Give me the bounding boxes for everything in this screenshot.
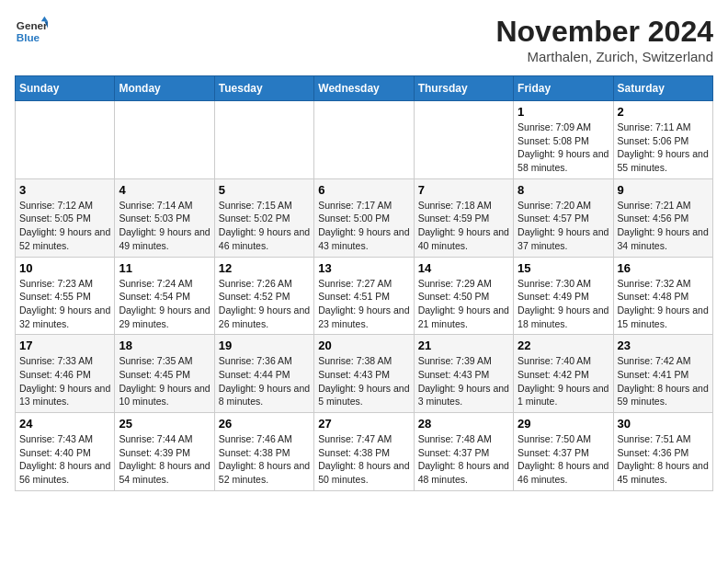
day-info: Sunrise: 7:26 AM Sunset: 4:52 PM Dayligh… [219, 277, 310, 331]
day-info: Sunrise: 7:42 AM Sunset: 4:41 PM Dayligh… [618, 354, 709, 408]
day-info: Sunrise: 7:51 AM Sunset: 4:36 PM Dayligh… [618, 432, 709, 487]
day-info: Sunrise: 7:48 AM Sunset: 4:37 PM Dayligh… [418, 432, 509, 487]
week-row-2: 3Sunrise: 7:12 AM Sunset: 5:05 PM Daylig… [16, 178, 713, 257]
calendar-cell: 22Sunrise: 7:40 AM Sunset: 4:42 PM Dayli… [514, 335, 613, 413]
day-number: 26 [219, 417, 310, 431]
calendar-cell: 17Sunrise: 7:33 AM Sunset: 4:46 PM Dayli… [16, 335, 115, 413]
day-info: Sunrise: 7:46 AM Sunset: 4:38 PM Dayligh… [219, 432, 310, 487]
weekday-header-row: SundayMondayTuesdayWednesdayThursdayFrid… [16, 76, 713, 101]
day-info: Sunrise: 7:32 AM Sunset: 4:48 PM Dayligh… [618, 277, 709, 331]
day-info: Sunrise: 7:39 AM Sunset: 4:43 PM Dayligh… [418, 354, 509, 408]
weekday-header-friday: Friday [514, 76, 613, 101]
day-number: 11 [119, 261, 210, 275]
calendar-cell: 26Sunrise: 7:46 AM Sunset: 4:38 PM Dayli… [214, 413, 313, 491]
day-number: 21 [418, 339, 509, 352]
day-number: 15 [518, 261, 609, 275]
day-info: Sunrise: 7:21 AM Sunset: 4:56 PM Dayligh… [618, 199, 709, 253]
logo: General Blue [15, 15, 48, 48]
day-number: 10 [19, 261, 110, 275]
day-info: Sunrise: 7:14 AM Sunset: 5:03 PM Dayligh… [119, 199, 210, 253]
day-number: 18 [119, 339, 210, 352]
day-info: Sunrise: 7:18 AM Sunset: 4:59 PM Dayligh… [418, 199, 509, 253]
day-number: 19 [219, 339, 310, 352]
day-number: 12 [219, 261, 310, 275]
day-number: 5 [219, 183, 310, 197]
calendar-cell: 25Sunrise: 7:44 AM Sunset: 4:39 PM Dayli… [115, 413, 214, 491]
calendar-cell: 5Sunrise: 7:15 AM Sunset: 5:02 PM Daylig… [214, 178, 313, 257]
week-row-4: 17Sunrise: 7:33 AM Sunset: 4:46 PM Dayli… [16, 335, 713, 413]
calendar-cell: 16Sunrise: 7:32 AM Sunset: 4:48 PM Dayli… [613, 257, 712, 335]
page-header: General Blue November 2024 Marthalen, Zu… [15, 15, 713, 64]
day-number: 14 [418, 261, 509, 275]
day-number: 2 [618, 105, 709, 119]
calendar-cell: 6Sunrise: 7:17 AM Sunset: 5:00 PM Daylig… [314, 178, 414, 257]
day-number: 16 [618, 261, 709, 275]
day-number: 7 [418, 183, 509, 197]
calendar-cell: 24Sunrise: 7:43 AM Sunset: 4:40 PM Dayli… [16, 413, 115, 491]
day-info: Sunrise: 7:27 AM Sunset: 4:51 PM Dayligh… [318, 277, 409, 331]
day-info: Sunrise: 7:29 AM Sunset: 4:50 PM Dayligh… [418, 277, 509, 331]
week-row-1: 1Sunrise: 7:09 AM Sunset: 5:08 PM Daylig… [16, 101, 713, 179]
day-number: 22 [518, 339, 609, 352]
day-number: 17 [19, 339, 110, 352]
calendar-cell: 11Sunrise: 7:24 AM Sunset: 4:54 PM Dayli… [115, 257, 214, 335]
day-info: Sunrise: 7:15 AM Sunset: 5:02 PM Dayligh… [219, 199, 310, 253]
day-number: 25 [119, 417, 210, 431]
day-number: 1 [518, 105, 609, 119]
day-info: Sunrise: 7:35 AM Sunset: 4:45 PM Dayligh… [119, 354, 210, 408]
day-info: Sunrise: 7:33 AM Sunset: 4:46 PM Dayligh… [19, 354, 110, 408]
day-info: Sunrise: 7:09 AM Sunset: 5:08 PM Dayligh… [518, 121, 609, 175]
weekday-header-wednesday: Wednesday [314, 76, 414, 101]
calendar-cell: 10Sunrise: 7:23 AM Sunset: 4:55 PM Dayli… [16, 257, 115, 335]
calendar-cell [314, 101, 414, 179]
calendar-cell [115, 101, 214, 179]
calendar-cell: 21Sunrise: 7:39 AM Sunset: 4:43 PM Dayli… [414, 335, 513, 413]
day-info: Sunrise: 7:23 AM Sunset: 4:55 PM Dayligh… [19, 277, 110, 331]
calendar-cell: 18Sunrise: 7:35 AM Sunset: 4:45 PM Dayli… [115, 335, 214, 413]
day-info: Sunrise: 7:12 AM Sunset: 5:05 PM Dayligh… [19, 199, 110, 253]
calendar-cell: 19Sunrise: 7:36 AM Sunset: 4:44 PM Dayli… [214, 335, 313, 413]
calendar-cell: 30Sunrise: 7:51 AM Sunset: 4:36 PM Dayli… [613, 413, 712, 491]
calendar-cell: 28Sunrise: 7:48 AM Sunset: 4:37 PM Dayli… [414, 413, 513, 491]
day-number: 24 [19, 417, 110, 431]
day-info: Sunrise: 7:38 AM Sunset: 4:43 PM Dayligh… [318, 354, 409, 408]
day-info: Sunrise: 7:44 AM Sunset: 4:39 PM Dayligh… [119, 432, 210, 487]
day-number: 8 [518, 183, 609, 197]
day-info: Sunrise: 7:17 AM Sunset: 5:00 PM Dayligh… [318, 199, 409, 253]
calendar-cell: 12Sunrise: 7:26 AM Sunset: 4:52 PM Dayli… [214, 257, 313, 335]
calendar-cell: 2Sunrise: 7:11 AM Sunset: 5:06 PM Daylig… [613, 101, 712, 179]
day-info: Sunrise: 7:50 AM Sunset: 4:37 PM Dayligh… [518, 432, 609, 487]
location-title: Marthalen, Zurich, Switzerland [495, 49, 713, 64]
day-number: 13 [318, 261, 409, 275]
day-number: 9 [618, 183, 709, 197]
svg-text:Blue: Blue [17, 31, 40, 43]
day-number: 28 [418, 417, 509, 431]
weekday-header-tuesday: Tuesday [214, 76, 313, 101]
calendar-cell [414, 101, 513, 179]
day-number: 6 [318, 183, 409, 197]
week-row-5: 24Sunrise: 7:43 AM Sunset: 4:40 PM Dayli… [16, 413, 713, 491]
calendar-cell: 8Sunrise: 7:20 AM Sunset: 4:57 PM Daylig… [514, 178, 613, 257]
weekday-header-sunday: Sunday [16, 76, 115, 101]
day-number: 30 [618, 417, 709, 431]
calendar-cell: 3Sunrise: 7:12 AM Sunset: 5:05 PM Daylig… [16, 178, 115, 257]
calendar-cell: 9Sunrise: 7:21 AM Sunset: 4:56 PM Daylig… [613, 178, 712, 257]
calendar-cell [214, 101, 313, 179]
day-number: 20 [318, 339, 409, 352]
calendar-cell: 27Sunrise: 7:47 AM Sunset: 4:38 PM Dayli… [314, 413, 414, 491]
day-number: 23 [618, 339, 709, 352]
calendar-cell: 14Sunrise: 7:29 AM Sunset: 4:50 PM Dayli… [414, 257, 513, 335]
calendar-cell: 4Sunrise: 7:14 AM Sunset: 5:03 PM Daylig… [115, 178, 214, 257]
week-row-3: 10Sunrise: 7:23 AM Sunset: 4:55 PM Dayli… [16, 257, 713, 335]
day-info: Sunrise: 7:36 AM Sunset: 4:44 PM Dayligh… [219, 354, 310, 408]
day-info: Sunrise: 7:43 AM Sunset: 4:40 PM Dayligh… [19, 432, 110, 487]
logo-icon: General Blue [15, 15, 48, 48]
day-info: Sunrise: 7:24 AM Sunset: 4:54 PM Dayligh… [119, 277, 210, 331]
day-info: Sunrise: 7:30 AM Sunset: 4:49 PM Dayligh… [518, 277, 609, 331]
calendar-cell: 29Sunrise: 7:50 AM Sunset: 4:37 PM Dayli… [514, 413, 613, 491]
day-number: 4 [119, 183, 210, 197]
day-info: Sunrise: 7:11 AM Sunset: 5:06 PM Dayligh… [618, 121, 709, 175]
calendar-cell: 20Sunrise: 7:38 AM Sunset: 4:43 PM Dayli… [314, 335, 414, 413]
calendar-table: SundayMondayTuesdayWednesdayThursdayFrid… [15, 75, 713, 491]
calendar-cell: 7Sunrise: 7:18 AM Sunset: 4:59 PM Daylig… [414, 178, 513, 257]
